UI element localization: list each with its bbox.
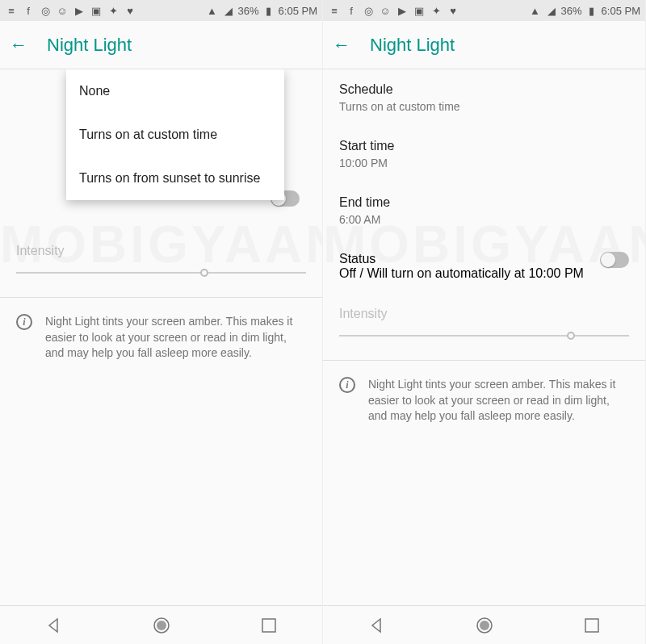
list-icon: ≡ [5,4,18,17]
play-icon: ▶ [73,4,86,17]
clock: 6:05 PM [279,5,317,17]
info-row: i Night Light tints your screen amber. T… [323,361,645,441]
instagram-icon: ◎ [39,4,52,17]
signal-off-icon: ◢ [222,4,235,17]
status-switch[interactable] [600,252,629,268]
nav-bar [323,605,645,644]
back-arrow-icon[interactable]: ← [10,35,27,56]
facebook-icon: f [22,4,35,17]
page-title: Night Light [370,35,455,56]
slider-track [16,272,306,274]
list-icon: ≡ [328,4,341,17]
facebook-icon: f [345,4,358,17]
nav-home-button[interactable] [145,609,178,642]
status-bar: ≡ f ◎ ☺ ▶ ▣ ✦ ♥ ▲ ◢ 36% ▮ 6:05 PM [323,0,645,21]
info-text: Night Light tints your screen amber. Thi… [368,377,629,424]
battery-icon: ▮ [585,4,598,17]
info-icon: i [339,377,355,393]
svg-rect-5 [585,619,598,632]
status-bar: ≡ f ◎ ☺ ▶ ▣ ✦ ♥ ▲ ◢ 36% ▮ 6:05 PM [0,0,322,21]
running-icon: ✦ [430,4,443,17]
phone-left: ≡ f ◎ ☺ ▶ ▣ ✦ ♥ ▲ ◢ 36% ▮ 6:05 PM ← Nigh… [0,0,323,644]
schedule-label: Schedule [339,82,629,97]
signal-off-icon: ◢ [545,4,558,17]
phone-right: ≡ f ◎ ☺ ▶ ▣ ✦ ♥ ▲ ◢ 36% ▮ 6:05 PM ← Nigh… [323,0,646,644]
running-icon: ✦ [107,4,120,17]
nav-back-button[interactable] [361,609,393,642]
slider-thumb[interactable] [200,269,208,277]
nav-recent-button[interactable] [253,609,285,642]
page-title: Night Light [47,35,132,56]
reddit-icon: ☺ [56,4,69,17]
intensity-slider[interactable] [16,265,306,281]
nav-back-button[interactable] [38,609,70,642]
heart-icon: ♥ [447,4,459,17]
status-label: Status [339,252,590,266]
svg-point-4 [480,621,489,630]
svg-point-1 [157,621,166,630]
app-bar: ← Night Light [323,21,645,69]
schedule-value: Turns on at custom time [339,100,629,113]
nav-recent-button[interactable] [576,609,608,642]
start-time-label: Start time [339,139,629,153]
content-area: MOBIGYAAN Schedule Turns on at custom ti… [323,69,645,605]
popup-option-sunset[interactable]: Turns on from sunset to sunrise [66,157,284,200]
popup-option-none[interactable]: None [66,69,284,113]
photo-icon: ▣ [413,4,426,17]
nav-bar [0,605,322,644]
schedule-setting[interactable]: Schedule Turns on at custom time [323,69,645,126]
reddit-icon: ☺ [379,4,392,17]
back-arrow-icon[interactable]: ← [333,35,350,56]
battery-icon: ▮ [262,4,275,17]
wifi-icon: ▲ [529,4,542,17]
clock: 6:05 PM [602,5,640,17]
photo-icon: ▣ [90,4,103,17]
start-time-value: 10:00 PM [339,157,629,169]
content-area: MOBIGYAAN None Turns on at custom time T… [0,69,322,605]
wifi-icon: ▲ [206,4,219,17]
end-time-label: End time [339,195,629,210]
play-icon: ▶ [396,4,409,17]
intensity-slider[interactable] [339,328,629,344]
heart-icon: ♥ [124,4,136,17]
end-time-setting[interactable]: End time 6:00 AM [323,182,645,239]
info-text: Night Light tints your screen amber. Thi… [45,314,306,362]
nav-home-button[interactable] [468,609,501,642]
start-time-setting[interactable]: Start time 10:00 PM [323,126,645,182]
schedule-popup: None Turns on at custom time Turns on fr… [66,69,284,200]
instagram-icon: ◎ [362,4,375,17]
status-setting: Status Off / Will turn on automatically … [323,239,645,294]
slider-track [339,335,629,337]
info-row: i Night Light tints your screen amber. T… [0,298,322,378]
status-value: Off / Will turn on automatically at 10:0… [339,266,590,281]
intensity-label: Intensity [323,294,645,328]
app-bar: ← Night Light [0,21,322,69]
info-icon: i [16,314,32,330]
svg-rect-2 [262,619,275,632]
intensity-label: Intensity [0,231,322,265]
popup-option-custom[interactable]: Turns on at custom time [66,113,284,157]
battery-pct: 36% [238,5,259,17]
battery-pct: 36% [561,5,582,17]
slider-thumb[interactable] [567,332,575,340]
end-time-value: 6:00 AM [339,213,629,226]
